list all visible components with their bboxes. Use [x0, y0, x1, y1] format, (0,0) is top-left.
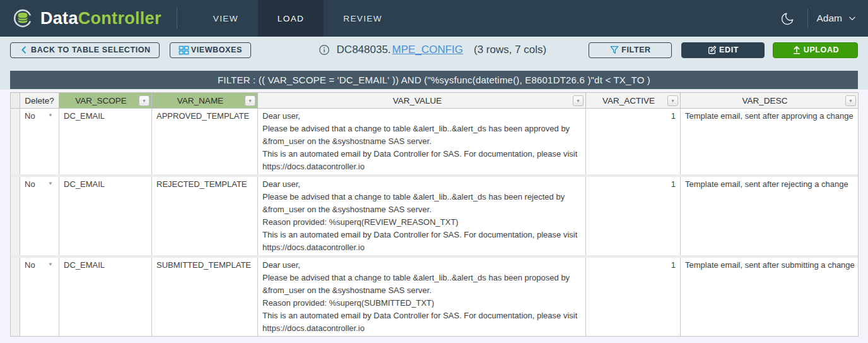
dropdown-arrow-icon: ▼ [48, 113, 53, 118]
var-value-header-label: VAR_VALUE [393, 96, 442, 105]
var-value-cell[interactable]: Dear user, Please be advised that a chan… [258, 109, 586, 175]
chevron-left-icon [19, 45, 29, 55]
delete-dropdown-cell[interactable]: No▼ [20, 109, 59, 175]
row-handle [11, 109, 20, 175]
var-desc-header-label: VAR_DESC [742, 96, 788, 105]
toolbar: Back to table selection Viewboxes [10, 42, 858, 57]
table-row: No▼ DC_EMAIL APPROVED_TEMPLATE Dear user… [11, 109, 859, 175]
var-desc-filter-dropdown-button[interactable]: ▼ [845, 95, 856, 106]
column-header-var-desc[interactable]: VAR_DESC▼ [681, 93, 859, 109]
var-desc-cell[interactable]: Template email, sent after submitting a … [681, 258, 859, 337]
delete-value: No [25, 111, 35, 121]
var-active-header-label: VAR_ACTIVE [602, 96, 655, 105]
var-value-cell[interactable]: Dear user, Please be advised that a chan… [258, 258, 586, 337]
delete-value: No [25, 260, 35, 270]
var-scope-cell[interactable]: DC_EMAIL [59, 177, 152, 255]
main-menu: VIEW LOAD REVIEW [194, 0, 402, 37]
navbar-right: Adam [777, 0, 868, 37]
viewboxes-button[interactable]: Viewboxes [170, 42, 251, 58]
table-libref: DC848035. [337, 44, 391, 56]
active-filter-bar: FILTER : (( VAR_SCOPE = 'DC_EMAIL' )) AN… [10, 71, 858, 89]
brand-part1: Data [40, 9, 78, 28]
var-name-cell[interactable]: REJECTED_TEMPLATE [152, 177, 258, 255]
upload-arrow-icon [792, 45, 802, 55]
header-row: Delete? VAR_SCOPE▼ VAR_NAME▼ VAR_VALUE▼ … [11, 93, 859, 109]
var-scope-cell[interactable]: DC_EMAIL [59, 109, 152, 175]
dropdown-arrow-icon: ▼ [48, 181, 53, 186]
edit-button-label: Edit [719, 45, 739, 54]
column-header-var-value[interactable]: VAR_VALUE▼ [258, 93, 586, 109]
column-header-delete[interactable]: Delete? [20, 93, 59, 109]
column-header-var-active[interactable]: VAR_ACTIVE▼ [586, 93, 681, 109]
filter-button-label: Filter [621, 45, 650, 54]
delete-value: No [25, 179, 35, 189]
moon-icon [780, 11, 795, 26]
navbar-right-divider [807, 9, 808, 28]
brand-name: DataController [40, 9, 161, 28]
active-filter-text: FILTER : (( VAR_SCOPE = 'DC_EMAIL' )) AN… [218, 75, 650, 85]
filter-button[interactable]: Filter [589, 42, 672, 58]
row-handle [11, 177, 20, 255]
var-value-cell[interactable]: Dear user, Please be advised that a chan… [258, 177, 586, 255]
data-grid-container: Delete? VAR_SCOPE▼ VAR_NAME▼ VAR_VALUE▼ … [10, 92, 868, 337]
back-button-label: Back to table selection [31, 45, 151, 54]
delete-dropdown-cell[interactable]: No▼ [20, 258, 59, 337]
datacontroller-logo-icon [11, 7, 34, 30]
brand-logo[interactable]: DataController [0, 0, 161, 37]
filter-funnel-icon [609, 45, 619, 55]
dark-mode-toggle[interactable] [777, 8, 799, 30]
var-name-filter-dropdown-button[interactable]: ▼ [245, 95, 255, 106]
user-menu[interactable]: Adam [817, 13, 857, 24]
nav-item-view[interactable]: VIEW [194, 0, 258, 37]
delete-dropdown-cell[interactable]: No▼ [20, 177, 59, 255]
row-handle-header [11, 93, 20, 109]
column-header-var-scope[interactable]: VAR_SCOPE▼ [59, 93, 152, 109]
column-header-var-name[interactable]: VAR_NAME▼ [152, 93, 258, 109]
top-navbar: DataController VIEW LOAD REVIEW Adam [0, 0, 868, 37]
edit-button[interactable]: Edit [681, 42, 765, 58]
info-icon[interactable] [319, 44, 330, 56]
data-grid: Delete? VAR_SCOPE▼ VAR_NAME▼ VAR_VALUE▼ … [10, 92, 859, 337]
upload-button[interactable]: Upload [773, 42, 858, 58]
var-name-cell[interactable]: APPROVED_TEMPLATE [152, 109, 258, 175]
var-active-cell[interactable]: 1 [586, 258, 681, 337]
dropdown-arrow-icon: ▼ [48, 262, 53, 267]
back-to-table-selection-button[interactable]: Back to table selection [10, 42, 160, 58]
nav-item-review[interactable]: REVIEW [324, 0, 402, 37]
table-name-link[interactable]: MPE_CONFIG [392, 44, 463, 56]
nav-item-load[interactable]: LOAD [258, 0, 324, 37]
table-reference: DC848035.MPE_CONFIG (3 rows, 7 cols) [276, 44, 589, 56]
row-handle [11, 258, 20, 337]
var-active-filter-dropdown-button[interactable]: ▼ [667, 95, 678, 106]
table-row: No▼ DC_EMAIL SUBMITTED_TEMPLATE Dear use… [11, 258, 859, 337]
var-name-header-label: VAR_NAME [177, 96, 223, 105]
navbar-divider [177, 8, 177, 29]
var-scope-header-label: VAR_SCOPE [75, 96, 127, 105]
var-desc-cell[interactable]: Template email, sent after rejecting a c… [681, 177, 859, 255]
var-scope-filter-dropdown-button[interactable]: ▼ [139, 95, 150, 106]
var-desc-cell[interactable]: Template email, sent after approving a c… [681, 109, 859, 175]
var-active-cell[interactable]: 1 [586, 177, 681, 255]
grid-boxes-icon [179, 45, 189, 56]
table-dimensions: (3 rows, 7 cols) [474, 44, 546, 56]
chevron-down-icon [848, 14, 857, 23]
var-scope-cell[interactable]: DC_EMAIL [59, 258, 152, 337]
var-value-filter-dropdown-button[interactable]: ▼ [573, 95, 584, 106]
edit-pencil-icon [707, 45, 717, 55]
viewboxes-button-label: Viewboxes [191, 45, 242, 54]
var-active-cell[interactable]: 1 [586, 109, 681, 175]
var-name-cell[interactable]: SUBMITTED_TEMPLATE [152, 258, 258, 337]
user-name: Adam [817, 13, 843, 24]
toolbar-region: Back to table selection Viewboxes [0, 37, 868, 90]
upload-button-label: Upload [804, 45, 839, 54]
table-row: No▼ DC_EMAIL REJECTED_TEMPLATE Dear user… [11, 177, 859, 255]
brand-part2: Controller [78, 9, 161, 28]
